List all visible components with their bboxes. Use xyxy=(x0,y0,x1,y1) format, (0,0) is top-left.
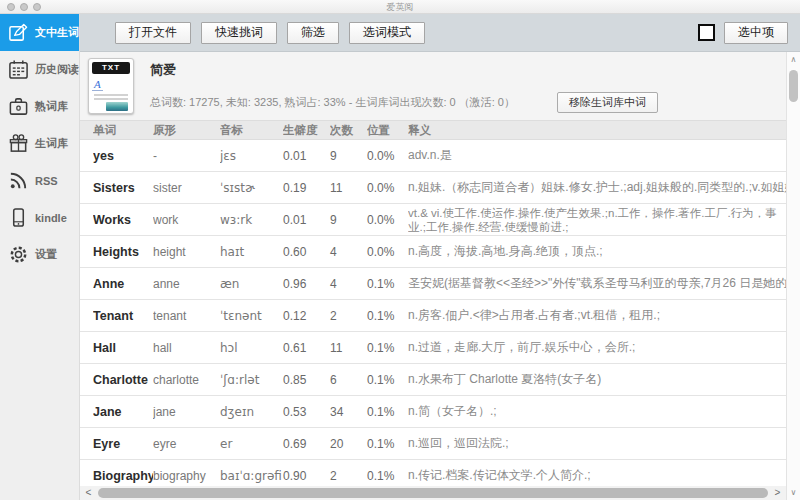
scroll-down-icon[interactable]: ∨ xyxy=(787,489,800,497)
column-header[interactable]: 音标 xyxy=(220,123,283,138)
open-file-button[interactable]: 打开文件 xyxy=(115,22,191,44)
sidebar-item-kindle[interactable]: kindle xyxy=(0,199,79,236)
table-row[interactable]: Eyreeyreer0.69200.1%n.巡回，巡回法院.; xyxy=(80,428,786,460)
sidebar-item-history[interactable]: 历史阅读 xyxy=(0,51,79,88)
rarity-cell: 0.12 xyxy=(283,309,330,323)
lemma-cell: work xyxy=(153,213,220,227)
lemma-cell: tenant xyxy=(153,309,220,323)
phonetic-cell: jɛs xyxy=(220,149,283,163)
sidebar-item-words-in-text[interactable]: 文中生词 xyxy=(0,14,79,51)
txt-badge: TXT xyxy=(92,62,130,74)
column-header[interactable]: 次数 xyxy=(330,123,367,138)
select-checkbox[interactable] xyxy=(698,24,715,41)
sidebar: 文中生词历史阅读熟词库生词库RSSkindle设置 xyxy=(0,14,80,500)
position-cell: 0.1% xyxy=(367,277,408,291)
sidebar-item-label: 设置 xyxy=(35,247,57,262)
quick-pick-button[interactable]: 快速挑词 xyxy=(201,22,277,44)
lemma-cell: jane xyxy=(153,405,220,419)
word-cell: Tenant xyxy=(93,309,153,323)
lemma-cell: biography xyxy=(153,469,220,483)
phonetic-cell: æn xyxy=(220,277,283,291)
table-row[interactable]: Tenanttenantˈtɛnənt0.1220.1%n.房客.佃户.<律>占… xyxy=(80,300,786,332)
rarity-cell: 0.53 xyxy=(283,405,330,419)
word-cell: Sisters xyxy=(93,181,153,195)
definition-cell: n.过道，走廊.大厅，前厅.娱乐中心，会所.; xyxy=(408,339,786,356)
lemma-cell: height xyxy=(153,245,220,259)
table-row[interactable]: Heightsheighthaɪt0.6040.0%n.高度，海拔.高地.身高.… xyxy=(80,236,786,268)
selected-items-button[interactable]: 选中项 xyxy=(724,22,788,44)
rarity-cell: 0.85 xyxy=(283,373,330,387)
column-header[interactable]: 位置 xyxy=(367,123,408,138)
phonetic-cell: haɪt xyxy=(220,245,283,259)
horizontal-scroll-thumb[interactable] xyxy=(98,488,768,498)
count-cell: 2 xyxy=(330,469,367,483)
count-cell: 4 xyxy=(330,277,367,291)
table-row[interactable]: Janejanedʒeɪn0.53340.1%n.简（女子名）.; xyxy=(80,396,786,428)
count-cell: 11 xyxy=(330,341,367,355)
horizontal-scrollbar[interactable]: < > xyxy=(80,486,786,500)
table-row[interactable]: Anneanneæn0.9640.1% 圣安妮(据基督教<<圣经>>"外传"载系… xyxy=(80,268,786,300)
count-cell: 9 xyxy=(330,213,367,227)
word-cell: Works xyxy=(93,213,153,227)
rarity-cell: 0.01 xyxy=(283,149,330,163)
remove-newwords-button[interactable]: 移除生词库中词 xyxy=(557,92,658,113)
lemma-cell: eyre xyxy=(153,437,220,451)
table-row[interactable]: Charlottecharlotteˈʃɑ:rlət0.8560.1%n.水果布… xyxy=(80,364,786,396)
phonetic-cell: dʒeɪn xyxy=(220,405,283,419)
definition-cell: n.巡回，巡回法院.; xyxy=(408,435,786,452)
word-table: yes-jɛs0.0190.0%adv.n.是Sisterssisterˈsɪs… xyxy=(80,140,786,486)
txt-file-icon: TXT A xyxy=(88,58,134,114)
scroll-up-icon[interactable]: ∧ xyxy=(787,56,800,64)
phonetic-cell: ˈʃɑ:rlət xyxy=(220,373,283,387)
table-header: 单词原形音标生僻度次数位置释义 xyxy=(80,120,786,140)
scroll-left-icon[interactable]: < xyxy=(82,486,95,500)
count-cell: 20 xyxy=(330,437,367,451)
table-row[interactable]: Sisterssisterˈsɪstɚ0.19110.0%n.姐妹.（称志同道合… xyxy=(80,172,786,204)
rarity-cell: 0.01 xyxy=(283,213,330,227)
definition-cell: n.房客.佃户.<律>占用者.占有者.;vt.租借，租用.; xyxy=(408,307,786,324)
count-cell: 9 xyxy=(330,149,367,163)
position-cell: 0.0% xyxy=(367,181,408,195)
file-info-panel: TXT A 简爱 总词数: 17275, 未知: 3235, 熟词占: 33% … xyxy=(80,52,786,120)
file-stats: 总词数: 17275, 未知: 3235, 熟词占: 33% - 生词库词出现次… xyxy=(150,95,515,110)
briefcase-icon xyxy=(8,96,29,117)
word-cell: yes xyxy=(93,149,153,163)
vertical-scrollbar[interactable]: ∧ ∨ xyxy=(786,52,800,500)
position-cell: 0.1% xyxy=(367,309,408,323)
sidebar-item-new-words[interactable]: 生词库 xyxy=(0,125,79,162)
sidebar-item-rss[interactable]: RSS xyxy=(0,162,79,199)
table-row[interactable]: Worksworkwɜ:rk0.0190.0%vt.& vi.使工作.使运作.操… xyxy=(80,204,786,236)
sidebar-item-label: 熟词库 xyxy=(35,99,68,114)
column-header[interactable]: 单词 xyxy=(93,123,153,138)
phonetic-cell: baɪˈɑ:grəfi xyxy=(220,469,283,483)
table-row[interactable]: yes-jɛs0.0190.0%adv.n.是 xyxy=(80,140,786,172)
sidebar-item-known-words[interactable]: 熟词库 xyxy=(0,88,79,125)
rarity-cell: 0.61 xyxy=(283,341,330,355)
rss-icon xyxy=(8,170,29,191)
pick-mode-button[interactable]: 选词模式 xyxy=(349,22,425,44)
lemma-cell: anne xyxy=(153,277,220,291)
column-header[interactable]: 原形 xyxy=(153,123,220,138)
position-cell: 0.1% xyxy=(367,469,408,483)
word-cell: Charlotte xyxy=(93,373,153,387)
rarity-cell: 0.19 xyxy=(283,181,330,195)
phonetic-cell: hɔl xyxy=(220,341,283,355)
table-row[interactable]: Biographybiographybaɪˈɑ:grəfi0.9020.1%n.… xyxy=(80,460,786,486)
column-header[interactable]: 生僻度 xyxy=(283,123,330,138)
sidebar-item-label: 文中生词 xyxy=(35,25,79,40)
file-icon-thumbnail xyxy=(106,102,128,111)
file-title: 简爱 xyxy=(150,61,176,79)
vertical-scroll-thumb[interactable] xyxy=(789,70,798,102)
definition-cell: n.水果布丁 Charlotte 夏洛特(女子名) xyxy=(408,371,786,388)
phonetic-cell: ˈsɪstɚ xyxy=(220,181,283,195)
position-cell: 0.1% xyxy=(367,405,408,419)
filter-button[interactable]: 筛选 xyxy=(287,22,339,44)
table-row[interactable]: Hallhallhɔl0.61110.1%n.过道，走廊.大厅，前厅.娱乐中心，… xyxy=(80,332,786,364)
column-header[interactable]: 释义 xyxy=(408,123,786,138)
sidebar-item-settings[interactable]: 设置 xyxy=(0,236,79,273)
lemma-cell: hall xyxy=(153,341,220,355)
file-icon-letter: A xyxy=(92,78,103,91)
main-area: 打开文件快速挑词筛选选词模式 选中项 TXT A 简爱 总词数: 17275, … xyxy=(80,14,800,500)
lemma-cell: sister xyxy=(153,181,220,195)
scroll-right-icon[interactable]: > xyxy=(771,486,784,500)
